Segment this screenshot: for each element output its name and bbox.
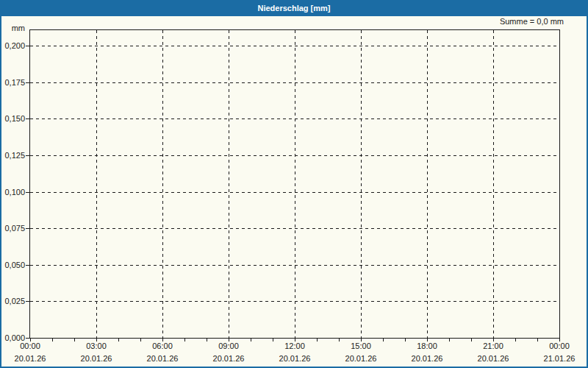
x-axis-date-label: 20.01.26 [207,354,251,363]
x-axis-time-label: 18:00 [409,342,445,350]
x-axis-tick [295,339,295,342]
x-axis-date-label: 20.01.26 [405,354,449,363]
x-axis-tick [317,339,318,342]
x-axis-tick [537,339,538,342]
y-axis-label: 0,050 [0,261,25,269]
x-axis-tick [427,339,428,342]
x-axis-tick [251,339,251,342]
x-axis-tick [339,339,340,342]
x-axis-time-label: 12:00 [276,342,313,350]
x-axis-time-label: 06:00 [144,342,181,350]
x-axis-tick [184,339,185,342]
x-axis-tick [229,339,229,342]
x-axis-tick [493,339,494,342]
y-axis-label: 0,125 [0,151,25,160]
x-axis-time-label: 15:00 [343,342,379,350]
x-axis-tick [207,339,207,342]
y-axis-label: 0,150 [0,114,25,123]
x-axis-tick [140,339,141,342]
plot-frame [29,29,560,339]
x-axis-date-label: 20.01.26 [339,354,383,363]
x-axis-tick [449,339,450,342]
x-axis-time-label: 21:00 [475,342,512,350]
chart-window: Niederschlag [mm] Summe = 0,0 mm mm 0,20… [0,0,588,368]
x-axis-tick [471,339,472,342]
x-axis-tick [383,339,384,342]
x-axis-tick [118,339,119,342]
x-axis-tick [559,339,560,342]
x-axis-date-label: 20.01.26 [8,354,52,363]
x-axis-date-label: 21.01.26 [537,354,581,363]
x-axis-time-label: 00:00 [12,342,49,350]
y-axis-label: 0,200 [0,41,25,50]
x-axis-tick [96,339,97,342]
y-axis-label: 0,075 [0,224,25,233]
x-axis-tick [52,339,53,342]
x-axis-time-label: 00:00 [541,342,578,350]
x-axis-date-label: 20.01.26 [273,354,317,363]
y-axis-label: 0,025 [0,297,25,305]
y-axis-label: 0,100 [0,188,25,197]
x-axis-tick [162,339,163,342]
x-axis-date-label: 20.01.26 [74,354,118,363]
x-axis-date-label: 20.01.26 [140,354,184,363]
x-axis-tick [361,339,362,342]
y-axis-label: 0,175 [0,78,25,87]
x-axis-time-label: 03:00 [78,342,115,350]
x-axis-time-label: 09:00 [210,342,247,350]
x-axis-tick [515,339,516,342]
x-axis-tick [405,339,406,342]
x-axis-date-label: 20.01.26 [471,354,515,363]
x-axis-tick [273,339,273,342]
x-axis-tick [74,339,75,342]
x-axis-tick [30,339,31,342]
